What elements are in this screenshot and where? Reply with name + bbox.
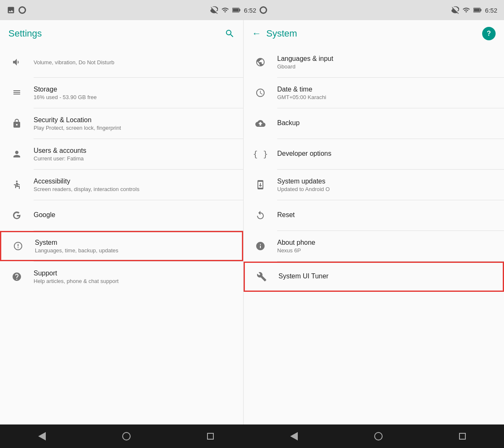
time-right: 6:52 — [485, 7, 497, 14]
developer-title: Developer options — [277, 150, 496, 157]
circle-status-icon — [18, 6, 26, 14]
security-subtitle: Play Protect, screen lock, fingerprint — [34, 125, 235, 131]
nav-half-left — [0, 432, 252, 440]
globe-icon — [252, 57, 269, 67]
nav-half-right — [252, 432, 504, 440]
system-title: System — [35, 239, 234, 246]
search-icon[interactable] — [225, 29, 235, 39]
clock-icon — [252, 88, 269, 98]
system-updates-subtitle: Updated to Android O — [277, 186, 496, 192]
accessibility-subtitle: Screen readers, display, interaction con… — [34, 186, 235, 192]
nav-back-button-right[interactable] — [290, 432, 298, 440]
svg-point-6 — [16, 181, 18, 182]
left-header: Settings — [0, 20, 243, 47]
languages-title: Languages & input — [277, 55, 496, 63]
svg-rect-5 — [474, 8, 480, 12]
reset-icon — [252, 210, 269, 220]
system-updates-title: System updates — [277, 178, 496, 185]
circle-status-icon2 — [260, 6, 267, 14]
datetime-title: Date & time — [277, 86, 496, 93]
about-subtitle: Nexus 6P — [277, 247, 496, 254]
languages-subtitle: Gboard — [277, 63, 496, 70]
right-panel-title: System — [266, 28, 477, 39]
header-icons — [225, 29, 235, 39]
back-button[interactable]: ← — [252, 28, 261, 39]
status-bar-right: 6:52 — [452, 6, 497, 14]
code-icon: { } — [252, 149, 269, 159]
settings-item-datetime[interactable]: Date & time GMT+05:00 Karachi — [244, 78, 504, 108]
right-panel: ← System ? Languages & input Gboard Date… — [244, 20, 504, 424]
settings-item-about[interactable]: About phone Nexus 6P — [244, 231, 504, 261]
settings-item-reset[interactable]: Reset — [244, 200, 504, 231]
sound-subtitle: Volume, vibration, Do Not Disturb — [34, 59, 235, 65]
accessibility-title: Accessibility — [34, 178, 235, 185]
nav-home-button-left[interactable] — [122, 432, 131, 440]
svg-rect-1 — [239, 9, 240, 11]
users-subtitle: Current user: Fatima — [34, 155, 235, 162]
accessibility-icon — [8, 180, 25, 190]
settings-item-system-updates[interactable]: System updates Updated to Android O — [244, 170, 504, 200]
tuner-title: System UI Tuner — [278, 272, 494, 280]
nav-recents-button-right[interactable] — [459, 433, 466, 440]
main-content: Settings Volume, vibration, Do Not Distu… — [0, 20, 504, 424]
storage-subtitle: 16% used - 53.90 GB free — [34, 94, 235, 100]
system-icon — [10, 241, 26, 251]
system-update-icon — [252, 180, 269, 190]
photo-icon — [7, 6, 15, 14]
about-title: About phone — [277, 239, 496, 246]
security-title: Security & Location — [34, 116, 235, 124]
storage-title: Storage — [34, 86, 235, 93]
settings-item-languages[interactable]: Languages & input Gboard — [244, 47, 504, 77]
battery-icon2 — [473, 7, 482, 13]
users-icon — [8, 149, 25, 159]
wifi-icon2 — [462, 6, 470, 14]
reset-title: Reset — [277, 211, 496, 219]
sound-icon — [8, 57, 25, 67]
settings-item-users[interactable]: Users & accounts Current user: Fatima — [0, 139, 243, 169]
datetime-subtitle: GMT+05:00 Karachi — [277, 94, 496, 100]
tuner-icon — [253, 272, 270, 282]
system-subtitle: Languages, time, backup, updates — [35, 247, 234, 254]
svg-rect-2 — [233, 8, 239, 12]
nav-home-button-right[interactable] — [374, 432, 383, 440]
support-icon — [8, 272, 25, 282]
svg-rect-4 — [480, 9, 481, 11]
wifi-icon — [221, 6, 229, 14]
app-title: Settings — [8, 28, 225, 39]
nav-bar — [0, 424, 504, 448]
security-icon — [8, 118, 25, 128]
google-title: Google — [34, 211, 235, 219]
time-center: 6:52 — [244, 7, 256, 14]
no-signal-icon2 — [452, 6, 459, 14]
settings-item-storage[interactable]: Storage 16% used - 53.90 GB free — [0, 78, 243, 108]
settings-item-google[interactable]: Google — [0, 200, 243, 231]
support-title: Support — [34, 270, 235, 277]
backup-icon — [252, 118, 269, 128]
nav-back-button-left[interactable] — [38, 432, 46, 440]
users-title: Users & accounts — [34, 147, 235, 155]
no-signal-icon — [210, 6, 218, 14]
help-button[interactable]: ? — [482, 27, 496, 40]
settings-item-developer[interactable]: { } Developer options — [244, 139, 504, 169]
left-panel: Settings Volume, vibration, Do Not Distu… — [0, 20, 244, 424]
status-bar: 6:52 6:52 — [0, 0, 504, 20]
settings-item-accessibility[interactable]: Accessibility Screen readers, display, i… — [0, 170, 243, 200]
settings-item-sound[interactable]: Volume, vibration, Do Not Disturb — [0, 47, 243, 77]
backup-title: Backup — [277, 119, 496, 127]
storage-icon — [8, 88, 25, 98]
settings-item-system[interactable]: System Languages, time, backup, updates — [0, 231, 243, 261]
settings-item-backup[interactable]: Backup — [244, 108, 504, 139]
status-bar-left — [7, 6, 26, 14]
about-icon — [252, 241, 269, 251]
nav-recents-button-left[interactable] — [207, 433, 214, 440]
settings-item-support[interactable]: Support Help articles, phone & chat supp… — [0, 262, 243, 292]
settings-item-tuner[interactable]: System UI Tuner — [244, 262, 504, 292]
google-icon — [8, 210, 25, 220]
battery-icon — [232, 7, 241, 13]
right-header: ← System ? — [244, 20, 504, 47]
status-bar-center: 6:52 — [210, 6, 267, 14]
settings-item-security[interactable]: Security & Location Play Protect, screen… — [0, 108, 243, 139]
support-subtitle: Help articles, phone & chat support — [34, 278, 235, 284]
